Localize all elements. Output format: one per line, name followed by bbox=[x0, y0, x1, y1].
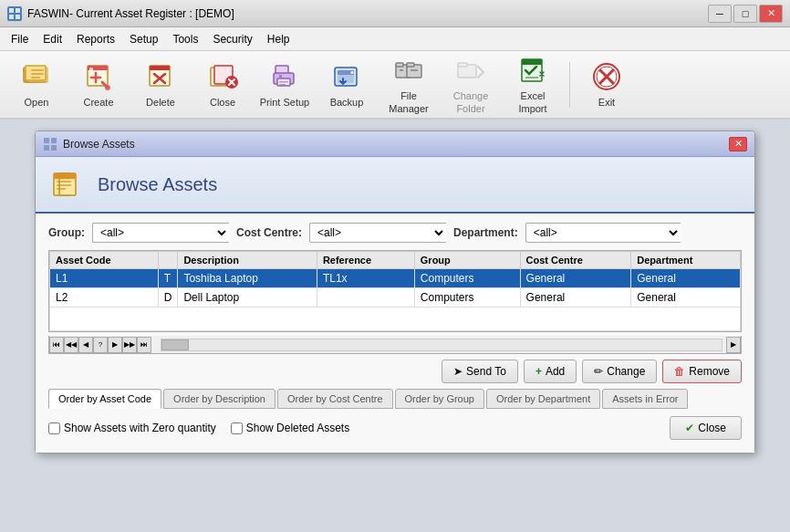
deleted-assets-checkbox[interactable] bbox=[231, 422, 243, 434]
menu-bar: File Edit Reports Setup Tools Security H… bbox=[0, 27, 790, 51]
action-row: ➤ Send To + Add ✏ Change 🗑 Remove bbox=[48, 360, 742, 383]
zero-quantity-checkbox[interactable] bbox=[48, 422, 60, 434]
toolbar-changefolder-button: ChangeFolder bbox=[442, 56, 500, 114]
zero-quantity-label: Show Assets with Zero quantity bbox=[64, 422, 216, 434]
toolbar-exit-button[interactable]: Exit bbox=[577, 56, 636, 114]
cell-description: Toshiba Laptop bbox=[178, 269, 317, 288]
minimize-button[interactable]: ─ bbox=[708, 5, 732, 23]
closedoc-icon bbox=[206, 60, 239, 93]
svg-rect-14 bbox=[89, 68, 93, 71]
tab-cost-centre[interactable]: Order by Cost Centre bbox=[277, 389, 393, 409]
toolbar-printsetup-button[interactable]: Print Setup bbox=[255, 56, 314, 114]
tab-asset-code[interactable]: Order by Asset Code bbox=[48, 389, 161, 409]
svg-rect-9 bbox=[31, 69, 44, 71]
tab-department[interactable]: Order by Department bbox=[486, 389, 600, 409]
svg-rect-1 bbox=[16, 8, 20, 13]
toolbar-excelimport-button[interactable]: ExcelImport bbox=[504, 56, 562, 114]
svg-rect-51 bbox=[57, 184, 71, 186]
svg-rect-49 bbox=[59, 173, 76, 179]
col-description-short bbox=[158, 252, 178, 269]
app-close-button[interactable]: ✕ bbox=[759, 5, 783, 23]
checkbox-group: Show Assets with Zero quantity Show Dele… bbox=[48, 422, 349, 434]
scroll-next-page-button[interactable]: ▶▶ bbox=[122, 337, 137, 353]
col-description: Description bbox=[178, 252, 317, 269]
table-row[interactable]: L1 T Toshiba Laptop TL1x Computers Gener… bbox=[50, 269, 741, 288]
svg-point-15 bbox=[105, 85, 110, 90]
menu-edit[interactable]: Edit bbox=[36, 30, 69, 48]
scroll-last-button[interactable]: ⏭ bbox=[137, 337, 151, 353]
toolbar-open-button[interactable]: Open bbox=[7, 56, 66, 114]
svg-rect-17 bbox=[150, 66, 170, 70]
zero-quantity-checkbox-label[interactable]: Show Assets with Zero quantity bbox=[48, 422, 216, 434]
horizontal-scrollbar[interactable] bbox=[161, 339, 722, 351]
tab-group[interactable]: Order by Group bbox=[395, 389, 484, 409]
menu-reports[interactable]: Reports bbox=[69, 30, 122, 48]
toolbar-separator bbox=[569, 62, 570, 108]
menu-tools[interactable]: Tools bbox=[165, 30, 205, 48]
svg-rect-32 bbox=[396, 63, 403, 67]
svg-rect-25 bbox=[279, 81, 288, 83]
col-department: Department bbox=[631, 252, 741, 269]
create-icon bbox=[82, 60, 115, 93]
department-select[interactable]: <all> bbox=[525, 223, 681, 243]
toolbar-create-button[interactable]: Create bbox=[69, 56, 128, 114]
menu-help[interactable]: Help bbox=[260, 30, 297, 48]
remove-button[interactable]: 🗑 Remove bbox=[662, 360, 742, 383]
scrollbar-thumb[interactable] bbox=[161, 339, 189, 350]
dialog-title-icon bbox=[43, 137, 57, 151]
scroll-prev-page-button[interactable]: ◀◀ bbox=[64, 337, 78, 353]
cost-centre-filter-label: Cost Centre: bbox=[236, 226, 302, 239]
col-asset-code: Asset Code bbox=[50, 252, 159, 269]
changefolder-icon bbox=[454, 54, 487, 87]
open-icon bbox=[20, 60, 53, 93]
app-icon bbox=[7, 6, 22, 21]
tab-assets-error[interactable]: Assets in Error bbox=[602, 389, 688, 409]
title-bar: FASWIN- Current Asset Register : [DEMO] … bbox=[0, 0, 790, 27]
deleted-assets-checkbox-label[interactable]: Show Deleted Assets bbox=[231, 422, 349, 434]
scroll-unknown-button[interactable]: ? bbox=[93, 337, 108, 353]
cost-centre-filter-combo[interactable]: <all> bbox=[309, 223, 446, 243]
exit-label: Exit bbox=[598, 97, 615, 109]
svg-rect-44 bbox=[44, 145, 49, 151]
cell-department: General bbox=[631, 288, 741, 308]
excelimport-icon bbox=[516, 54, 549, 87]
svg-rect-0 bbox=[9, 8, 14, 13]
toolbar-backup-button[interactable]: Backup bbox=[317, 56, 376, 114]
svg-rect-38 bbox=[522, 59, 542, 65]
deleted-assets-label: Show Deleted Assets bbox=[246, 422, 349, 434]
tab-description[interactable]: Order by Description bbox=[163, 389, 275, 409]
toolbar-delete-button[interactable]: Delete bbox=[131, 56, 190, 114]
menu-file[interactable]: File bbox=[4, 30, 36, 48]
department-filter-combo[interactable]: <all> bbox=[525, 223, 681, 243]
col-reference: Reference bbox=[317, 252, 414, 269]
filemanager-label: FileManager bbox=[389, 90, 428, 114]
table-row[interactable]: L2 D Dell Laptop Computers General Gener… bbox=[50, 288, 741, 308]
scroll-right-end-button[interactable]: ▶ bbox=[726, 337, 741, 353]
svg-rect-36 bbox=[458, 63, 467, 67]
svg-rect-2 bbox=[9, 15, 14, 19]
scroll-next-button[interactable]: ▶ bbox=[108, 337, 122, 353]
toolbar-closedoc-button[interactable]: Close bbox=[193, 56, 252, 114]
cell-description: Dell Laptop bbox=[178, 288, 317, 308]
dialog-close-button[interactable]: ✕ bbox=[729, 137, 747, 151]
delete-label: Delete bbox=[146, 97, 175, 109]
toolbar-filemanager-button[interactable]: FileManager bbox=[379, 56, 438, 114]
dialog-titlebar: Browse Assets ✕ bbox=[36, 131, 754, 157]
assets-table: Asset Code Description Reference Group C… bbox=[49, 251, 741, 331]
group-filter-combo[interactable]: <all> bbox=[92, 223, 229, 243]
menu-security[interactable]: Security bbox=[205, 30, 259, 48]
change-button[interactable]: ✏ Change bbox=[582, 360, 657, 383]
scroll-first-button[interactable]: ⏮ bbox=[49, 337, 64, 353]
svg-rect-26 bbox=[279, 84, 286, 86]
maximize-button[interactable]: □ bbox=[733, 5, 757, 23]
cost-centre-select[interactable]: <all> bbox=[309, 223, 446, 243]
add-button[interactable]: + Add bbox=[524, 360, 577, 383]
cell-cost-centre: General bbox=[520, 269, 631, 288]
scroll-prev-button[interactable]: ◀ bbox=[78, 337, 93, 353]
group-select[interactable]: <all> bbox=[92, 223, 229, 243]
send-to-button[interactable]: ➤ Send To bbox=[442, 360, 518, 383]
table-row-empty bbox=[50, 308, 741, 331]
svg-rect-50 bbox=[57, 181, 71, 183]
menu-setup[interactable]: Setup bbox=[122, 30, 165, 48]
dialog-close-bottom-button[interactable]: ✔ Close bbox=[670, 416, 742, 440]
